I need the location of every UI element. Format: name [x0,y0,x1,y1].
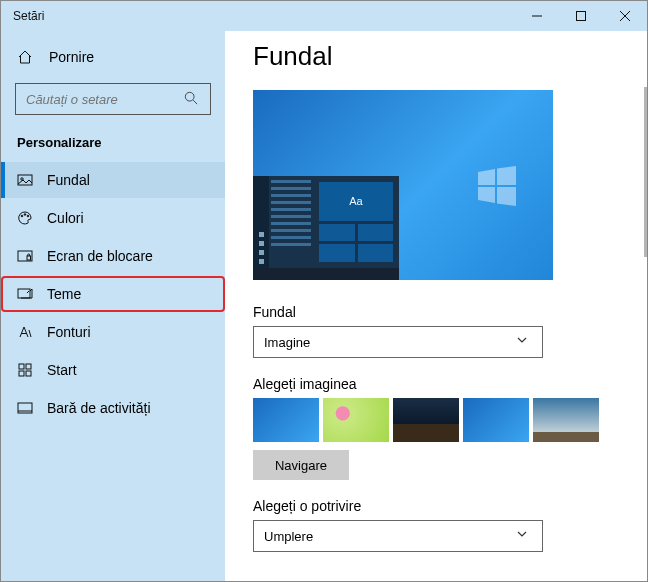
nav-label: Fundal [47,172,90,188]
nav-label: Start [47,362,77,378]
title-bar: Setări [1,1,647,31]
search-icon [184,91,200,107]
svg-point-8 [21,215,23,217]
sidebar: Pornire Personalizare Fundal Culori [1,31,225,581]
svg-point-10 [27,215,29,217]
windows-logo-icon [475,164,519,208]
minimize-button[interactable] [515,1,559,31]
svg-rect-16 [19,371,24,376]
nav-item-fundal[interactable]: Fundal [1,162,225,198]
choose-image-label: Alegeți imaginea [253,376,619,392]
palette-icon [17,210,33,226]
browse-button[interactable]: Navigare [253,450,349,480]
scrollbar[interactable] [644,87,647,257]
background-type-value: Imagine [264,335,310,350]
chevron-down-icon [516,528,532,544]
nav-label: Ecran de blocare [47,248,153,264]
svg-rect-13 [18,289,30,298]
desktop-preview: Aa [253,90,553,280]
fit-value: Umplere [264,529,313,544]
page-title: Fundal [253,41,619,72]
background-type-label: Fundal [253,304,619,320]
maximize-button[interactable] [559,1,603,31]
fit-select[interactable]: Umplere [253,520,543,552]
home-icon [17,49,33,65]
svg-rect-1 [577,12,586,21]
nav-label: Fonturi [47,324,91,340]
home-button[interactable]: Pornire [1,39,225,75]
svg-rect-6 [18,175,32,185]
preview-startmenu: Aa [253,176,399,268]
preview-sample-text: Aa [319,182,393,221]
image-thumb-2[interactable] [323,398,389,442]
search-input-container[interactable] [15,83,211,115]
svg-point-4 [185,92,194,101]
choose-fit-label: Alegeți o potrivire [253,498,619,514]
chevron-down-icon [516,334,532,350]
image-thumb-4[interactable] [463,398,529,442]
svg-rect-17 [26,371,31,376]
nav-label: Teme [47,286,81,302]
lockscreen-icon [17,248,33,264]
image-thumbnails [253,398,619,442]
nav-item-start[interactable]: Start [1,352,225,388]
themes-icon [17,286,33,302]
svg-rect-15 [26,364,31,369]
nav-label: Culori [47,210,84,226]
nav-item-teme[interactable]: Teme [1,276,225,312]
section-title: Personalizare [1,131,225,160]
content-area: Fundal Aa Fund [225,31,647,581]
taskbar-icon [17,400,33,416]
nav-item-taskbar[interactable]: Bară de activități [1,390,225,426]
fonts-icon [17,324,33,340]
image-thumb-3[interactable] [393,398,459,442]
image-thumb-1[interactable] [253,398,319,442]
start-icon [17,362,33,378]
svg-point-9 [24,214,26,216]
window-title: Setări [13,9,44,23]
picture-icon [17,172,33,188]
nav-item-fonturi[interactable]: Fonturi [1,314,225,350]
nav-item-culori[interactable]: Culori [1,200,225,236]
home-label: Pornire [49,49,94,65]
nav-item-ecran-blocare[interactable]: Ecran de blocare [1,238,225,274]
svg-rect-14 [19,364,24,369]
preview-taskbar [253,268,399,280]
nav-label: Bară de activități [47,400,151,416]
svg-line-5 [193,100,197,104]
close-button[interactable] [603,1,647,31]
svg-rect-12 [27,256,31,260]
search-input[interactable] [26,92,174,107]
background-type-select[interactable]: Imagine [253,326,543,358]
image-thumb-5[interactable] [533,398,599,442]
